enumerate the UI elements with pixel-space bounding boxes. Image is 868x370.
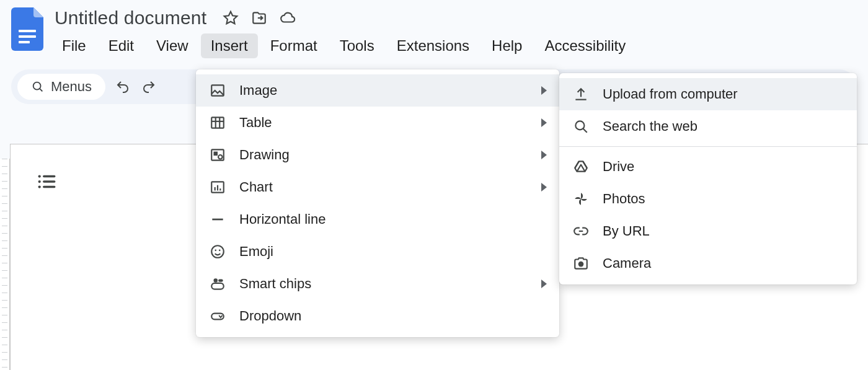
image-icon (210, 82, 226, 99)
insert-dropdown[interactable]: Dropdown (196, 300, 559, 332)
image-search-label: Search the web (603, 118, 698, 134)
menu-separator (559, 146, 857, 147)
insert-chart-label: Chart (239, 179, 273, 195)
svg-point-25 (215, 250, 216, 252)
insert-table[interactable]: Table (196, 107, 559, 139)
insert-dropdown-label: Dropdown (239, 308, 301, 324)
link-icon (573, 223, 589, 239)
svg-rect-17 (214, 152, 218, 156)
image-drive-label: Drive (603, 159, 634, 175)
cloud-status-icon[interactable] (280, 10, 296, 26)
image-submenu: Upload from computer Search the web Driv… (559, 73, 857, 284)
title-row: Untitled document (52, 6, 636, 30)
menubar: File Edit View Insert Format Tools Exten… (52, 33, 636, 58)
image-photos[interactable]: Photos (559, 183, 857, 215)
image-upload-from-computer[interactable]: Upload from computer (559, 78, 857, 110)
vertical-ruler (0, 159, 10, 370)
svg-point-24 (211, 245, 224, 258)
image-camera[interactable]: Camera (559, 247, 857, 280)
submenu-arrow-icon (541, 183, 547, 192)
photos-icon (573, 191, 589, 207)
menu-view[interactable]: View (146, 33, 198, 58)
image-search-web[interactable]: Search the web (559, 110, 857, 143)
menu-insert[interactable]: Insert (201, 33, 258, 58)
search-icon (31, 80, 45, 94)
image-drive[interactable]: Drive (559, 151, 857, 183)
svg-point-28 (214, 278, 218, 283)
table-icon (210, 115, 226, 131)
svg-rect-12 (211, 117, 224, 128)
menu-help[interactable]: Help (482, 33, 532, 58)
upload-icon (573, 86, 589, 102)
submenu-arrow-icon (541, 86, 547, 95)
insert-horizontal-line[interactable]: Horizontal line (196, 203, 559, 236)
image-upload-label: Upload from computer (603, 86, 738, 102)
svg-rect-2 (19, 41, 30, 43)
insert-smart-chips-label: Smart chips (239, 276, 311, 292)
horizontal-line-icon (210, 211, 226, 227)
svg-point-7 (38, 185, 41, 188)
redo-button[interactable] (140, 78, 157, 95)
menu-edit[interactable]: Edit (99, 33, 144, 58)
menu-extensions[interactable]: Extensions (387, 33, 479, 58)
search-icon (573, 118, 589, 134)
insert-image[interactable]: Image (196, 74, 559, 107)
svg-rect-1 (19, 35, 36, 38)
outline-icon[interactable] (36, 171, 57, 192)
drive-icon (573, 159, 589, 175)
move-icon[interactable] (251, 10, 267, 26)
svg-rect-0 (19, 30, 36, 32)
submenu-arrow-icon (541, 280, 547, 288)
svg-rect-27 (211, 283, 224, 289)
document-title[interactable]: Untitled document (52, 6, 209, 30)
menu-format[interactable]: Format (260, 33, 327, 58)
menu-tools[interactable]: Tools (330, 33, 384, 58)
dropdown-icon (210, 308, 226, 324)
svg-point-6 (38, 180, 41, 183)
menus-label: Menus (51, 79, 92, 95)
insert-drawing-label: Drawing (239, 147, 290, 163)
insert-drawing[interactable]: Drawing (196, 139, 559, 171)
drawing-icon (210, 147, 226, 163)
image-camera-label: Camera (603, 255, 651, 271)
menu-file[interactable]: File (52, 33, 96, 58)
undo-button[interactable] (114, 78, 131, 95)
submenu-arrow-icon (541, 151, 547, 159)
svg-point-3 (33, 82, 41, 90)
title-icons (223, 10, 296, 26)
docs-logo[interactable] (11, 7, 43, 51)
insert-horizontal-line-label: Horizontal line (239, 211, 326, 227)
chart-icon (210, 179, 226, 195)
menus-search[interactable]: Menus (17, 74, 105, 100)
star-icon[interactable] (223, 10, 239, 26)
insert-image-label: Image (239, 82, 277, 99)
insert-emoji-label: Emoji (239, 244, 273, 260)
insert-smart-chips[interactable]: Smart chips (196, 268, 559, 300)
emoji-icon (210, 244, 226, 260)
image-by-url[interactable]: By URL (559, 215, 857, 247)
submenu-arrow-icon (541, 118, 547, 127)
svg-point-26 (219, 250, 221, 252)
menu-accessibility[interactable]: Accessibility (534, 33, 636, 58)
title-area: Untitled document File Edit View Insert … (52, 6, 636, 58)
svg-point-33 (578, 262, 584, 267)
smart-chips-icon (210, 276, 226, 292)
header: Untitled document File Edit View Insert … (0, 0, 868, 58)
svg-rect-29 (218, 279, 223, 281)
insert-menu: Image Table Drawing Chart Horizontal lin… (196, 69, 559, 337)
image-photos-label: Photos (603, 191, 645, 207)
camera-icon (573, 255, 589, 271)
insert-emoji[interactable]: Emoji (196, 236, 559, 268)
svg-point-5 (38, 175, 41, 177)
svg-line-4 (40, 89, 42, 91)
svg-line-32 (583, 128, 587, 132)
svg-point-31 (575, 121, 584, 130)
svg-point-18 (218, 155, 223, 159)
insert-table-label: Table (239, 115, 272, 131)
insert-chart[interactable]: Chart (196, 171, 559, 203)
image-by-url-label: By URL (603, 223, 650, 239)
